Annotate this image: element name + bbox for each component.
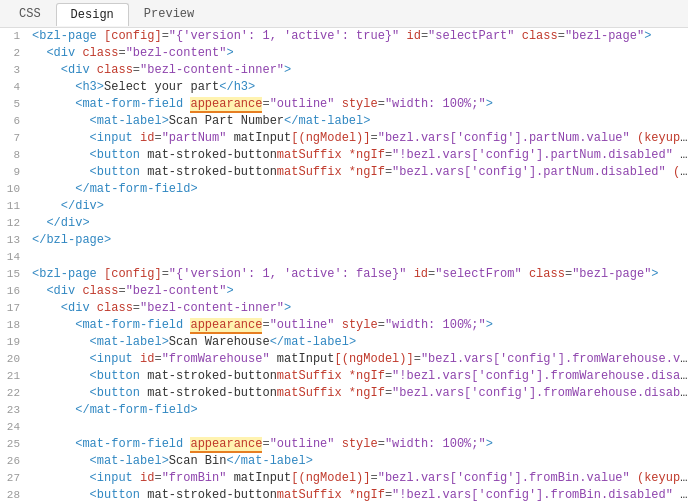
line-number: 28 — [0, 487, 32, 501]
line-number: 17 — [0, 300, 32, 317]
code-line: 14 — [0, 249, 688, 266]
code-line: 16 <div class="bezl-content"> — [0, 283, 688, 300]
line-content: <button mat-stroked-buttonmatSuffix *ngI… — [32, 487, 688, 501]
line-number: 4 — [0, 79, 32, 96]
line-number: 5 — [0, 96, 32, 113]
line-number: 21 — [0, 368, 32, 385]
code-line: 20 <input id="fromWarehouse" matInput[(n… — [0, 351, 688, 368]
line-content: <input id="fromWarehouse" matInput[(ngMo… — [32, 351, 688, 368]
line-content: <div class="bezl-content-inner"> — [32, 300, 688, 317]
line-number: 24 — [0, 419, 32, 436]
code-line: 3 <div class="bezl-content-inner"> — [0, 62, 688, 79]
line-content: </div> — [32, 198, 688, 215]
code-line: 6 <mat-label>Scan Part Number</mat-label… — [0, 113, 688, 130]
line-content: <button mat-stroked-buttonmatSuffix *ngI… — [32, 164, 688, 181]
line-number: 22 — [0, 385, 32, 402]
code-line: 11 </div> — [0, 198, 688, 215]
line-content: </bzl-page> — [32, 232, 688, 249]
code-line: 22 <button mat-stroked-buttonmatSuffix *… — [0, 385, 688, 402]
line-content: <input id="fromBin" matInput[(ngModel)]=… — [32, 470, 688, 487]
tab-design[interactable]: Design — [56, 3, 129, 26]
line-content: <mat-form-field appearance="outline" sty… — [32, 96, 688, 113]
line-content: <div class="bezl-content"> — [32, 45, 688, 62]
code-line: 17 <div class="bezl-content-inner"> — [0, 300, 688, 317]
line-number: 2 — [0, 45, 32, 62]
code-line: 10 </mat-form-field> — [0, 181, 688, 198]
line-number: 8 — [0, 147, 32, 164]
line-number: 1 — [0, 28, 32, 45]
line-number: 16 — [0, 283, 32, 300]
code-line: 23 </mat-form-field> — [0, 402, 688, 419]
code-line: 12 </div> — [0, 215, 688, 232]
line-number: 25 — [0, 436, 32, 453]
code-line: 4 <h3>Select your part</h3> — [0, 79, 688, 96]
line-content: </mat-form-field> — [32, 181, 688, 198]
line-content: <mat-label>Scan Bin</mat-label> — [32, 453, 688, 470]
line-number: 9 — [0, 164, 32, 181]
line-content: <bzl-page [config]="{'version': 1, 'acti… — [32, 28, 688, 45]
line-number: 19 — [0, 334, 32, 351]
code-line: 5 <mat-form-field appearance="outline" s… — [0, 96, 688, 113]
code-line: 27 <input id="fromBin" matInput[(ngModel… — [0, 470, 688, 487]
line-content: </div> — [32, 215, 688, 232]
line-number: 7 — [0, 130, 32, 147]
line-number: 12 — [0, 215, 32, 232]
line-content: <button mat-stroked-buttonmatSuffix *ngI… — [32, 385, 688, 402]
code-line: 7 <input id="partNum" matInput[(ngModel)… — [0, 130, 688, 147]
code-editor[interactable]: 1<bzl-page [config]="{'version': 1, 'act… — [0, 28, 688, 501]
line-content: <mat-label>Scan Part Number</mat-label> — [32, 113, 688, 130]
line-content: <div class="bezl-content-inner"> — [32, 62, 688, 79]
code-line: 18 <mat-form-field appearance="outline" … — [0, 317, 688, 334]
line-content: <button mat-stroked-buttonmatSuffix *ngI… — [32, 147, 688, 164]
line-content: <input id="partNum" matInput[(ngModel)]=… — [32, 130, 688, 147]
line-content: <div class="bezl-content"> — [32, 283, 688, 300]
code-line: 28 <button mat-stroked-buttonmatSuffix *… — [0, 487, 688, 501]
line-number: 3 — [0, 62, 32, 79]
code-line: 15<bzl-page [config]="{'version': 1, 'ac… — [0, 266, 688, 283]
line-content: </mat-form-field> — [32, 402, 688, 419]
line-number: 27 — [0, 470, 32, 487]
code-line: 9 <button mat-stroked-buttonmatSuffix *n… — [0, 164, 688, 181]
line-content: <bzl-page [config]="{'version': 1, 'acti… — [32, 266, 688, 283]
line-content: <mat-form-field appearance="outline" sty… — [32, 317, 688, 334]
line-number: 23 — [0, 402, 32, 419]
code-line: 1<bzl-page [config]="{'version': 1, 'act… — [0, 28, 688, 45]
tab-preview[interactable]: Preview — [129, 2, 209, 25]
code-line: 2 <div class="bezl-content"> — [0, 45, 688, 62]
code-line: 8 <button mat-stroked-buttonmatSuffix *n… — [0, 147, 688, 164]
code-line: 21 <button mat-stroked-buttonmatSuffix *… — [0, 368, 688, 385]
line-number: 18 — [0, 317, 32, 334]
code-line: 19 <mat-label>Scan Warehouse</mat-label> — [0, 334, 688, 351]
line-content: <h3>Select your part</h3> — [32, 79, 688, 96]
line-number: 26 — [0, 453, 32, 470]
tab-css[interactable]: CSS — [4, 2, 56, 25]
tab-bar: CSS Design Preview — [0, 0, 688, 28]
line-content — [32, 249, 688, 266]
line-number: 11 — [0, 198, 32, 215]
line-number: 6 — [0, 113, 32, 130]
line-number: 14 — [0, 249, 32, 266]
line-number: 13 — [0, 232, 32, 249]
line-number: 15 — [0, 266, 32, 283]
line-content: <mat-form-field appearance="outline" sty… — [32, 436, 688, 453]
line-content: <mat-label>Scan Warehouse</mat-label> — [32, 334, 688, 351]
code-line: 24 — [0, 419, 688, 436]
line-content: <button mat-stroked-buttonmatSuffix *ngI… — [32, 368, 688, 385]
code-line: 25 <mat-form-field appearance="outline" … — [0, 436, 688, 453]
line-number: 10 — [0, 181, 32, 198]
code-line: 26 <mat-label>Scan Bin</mat-label> — [0, 453, 688, 470]
line-content — [32, 419, 688, 436]
line-number: 20 — [0, 351, 32, 368]
code-line: 13</bzl-page> — [0, 232, 688, 249]
